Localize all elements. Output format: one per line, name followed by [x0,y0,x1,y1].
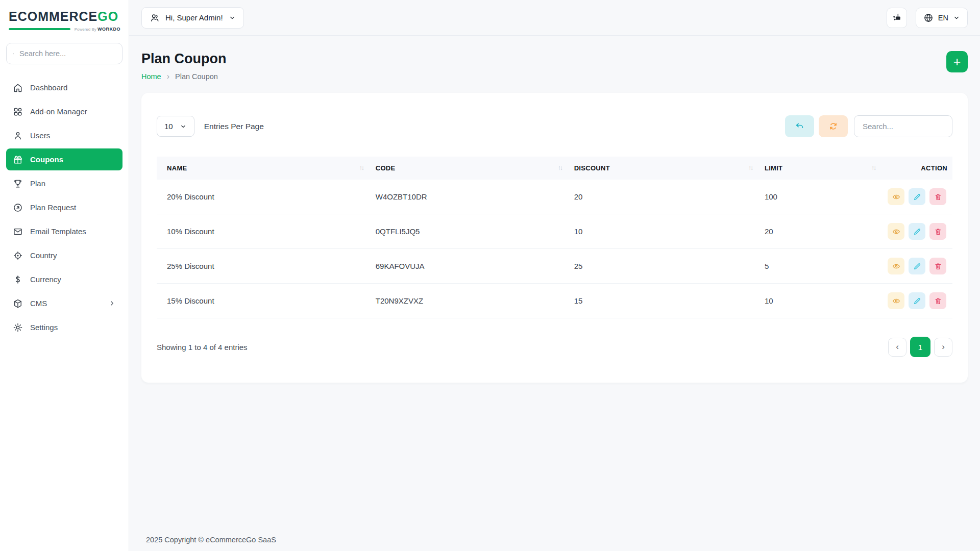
delete-button[interactable] [929,258,946,274]
table-footer: Showing 1 to 4 of 4 entries ‹ 1 › [157,337,952,357]
sidebar-item-addon-manager[interactable]: Add-on Manager [6,101,122,122]
breadcrumb: Home › Plan Coupon [141,72,226,81]
sort-icon[interactable]: ↑↓ [359,164,363,171]
column-header-action: ACTION [881,157,952,180]
cell-limit: 100 [758,180,881,214]
trash-icon [934,262,942,270]
language-label: EN [938,14,948,22]
app-window: ECOMMERCEGO Powered By WORKDO Dashboard … [0,0,980,551]
sidebar-menu: Dashboard Add-on Manager Users Coupons P… [0,67,129,347]
delete-button[interactable] [929,292,946,309]
sidebar-item-label: Currency [30,275,61,284]
logo-accent: GO [97,9,118,23]
cell-limit: 10 [758,284,881,318]
view-button[interactable] [888,258,904,274]
gear-icon [13,322,23,333]
breadcrumb-current: Plan Coupon [175,72,218,81]
cell-name: 10% Discount [157,214,370,249]
add-coupon-button[interactable]: + [946,51,968,72]
edit-button[interactable] [909,258,925,274]
edit-button[interactable] [909,223,925,240]
pagination-next-button[interactable]: › [934,338,952,357]
eye-icon [892,228,900,236]
chevron-down-icon [229,14,236,21]
user-icon [13,131,23,141]
cell-name: 25% Discount [157,249,370,284]
globe-icon [923,13,934,23]
crosshair-icon [13,251,23,261]
column-header-name[interactable]: NAME↑↓ [157,157,370,180]
refresh-icon [828,121,838,131]
breadcrumb-home-link[interactable]: Home [141,72,161,81]
table-header-row: NAME↑↓ CODE↑↓ DISCOUNT↑↓ LIMIT↑↓ ACTION [157,157,952,180]
copyright-text: 2025 Copyright © eCommerceGo SaaS [141,536,968,551]
sidebar-item-label: Settings [30,323,58,332]
search-icon [13,49,14,58]
sidebar-item-cms[interactable]: CMS [6,292,122,314]
column-header-limit[interactable]: LIMIT↑↓ [758,157,881,180]
eye-icon [892,262,900,270]
brand-logo[interactable]: ECOMMERCEGO Powered By WORKDO [0,0,129,36]
column-header-code[interactable]: CODE↑↓ [370,157,568,180]
sidebar-item-label: Users [30,131,50,140]
sidebar-item-plan[interactable]: Plan [6,172,122,194]
sidebar-item-settings[interactable]: Settings [6,316,122,338]
logo-underline [9,28,70,30]
greeting-label: Hi, Super Admin! [165,13,223,22]
sidebar-search-input[interactable] [18,49,116,58]
cell-limit: 20 [758,214,881,249]
clear-cache-button[interactable] [887,8,907,28]
entries-per-page-select[interactable]: 10 [157,116,194,137]
sidebar-item-users[interactable]: Users [6,124,122,146]
trash-icon [934,228,942,236]
view-button[interactable] [888,292,904,309]
row-actions [888,258,946,274]
pencil-icon [913,228,921,236]
sidebar-item-coupons[interactable]: Coupons [6,148,122,170]
column-header-discount[interactable]: DISCOUNT↑↓ [568,157,758,180]
undo-icon [795,121,804,131]
pagination-page-1[interactable]: 1 [910,337,930,357]
cell-code: 69KAFOVUJA [370,249,568,284]
sort-icon[interactable]: ↑↓ [871,164,875,171]
cell-discount: 25 [568,249,758,284]
eye-icon [892,193,900,201]
sort-icon[interactable]: ↑↓ [558,164,562,171]
sort-icon[interactable]: ↑↓ [748,164,752,171]
view-button[interactable] [888,223,904,240]
undo-button[interactable] [785,115,814,137]
entries-value: 10 [164,122,173,131]
cell-discount: 15 [568,284,758,318]
table-row: 10% Discount 0QTFLI5JQ5 10 20 [157,214,952,249]
showing-entries-text: Showing 1 to 4 of 4 entries [157,343,248,352]
dollar-icon [13,274,23,285]
sidebar-item-label: Country [30,251,57,260]
language-selector[interactable]: EN [916,8,968,28]
delete-button[interactable] [929,223,946,240]
table-row: 25% Discount 69KAFOVUJA 25 5 [157,249,952,284]
table-controls: 10 Entries Per Page [157,115,952,137]
sidebar-item-country[interactable]: Country [6,244,122,266]
sidebar-item-currency[interactable]: Currency [6,268,122,290]
sidebar-search[interactable] [6,43,122,64]
cell-name: 20% Discount [157,180,370,214]
view-button[interactable] [888,188,904,205]
sidebar-item-plan-request[interactable]: Plan Request [6,196,122,218]
coupons-table-wrap: NAME↑↓ CODE↑↓ DISCOUNT↑↓ LIMIT↑↓ ACTION … [157,157,952,318]
sidebar-item-email-templates[interactable]: Email Templates [6,220,122,242]
grid-icon [13,107,23,117]
row-actions [888,188,946,205]
refresh-button[interactable] [819,115,848,137]
main-area: Hi, Super Admin! EN Plan Coupon [129,0,980,551]
gift-icon [13,155,23,165]
edit-button[interactable] [909,292,925,309]
table-search-input[interactable] [854,115,952,137]
sidebar-item-label: Plan [30,179,45,188]
edit-button[interactable] [909,188,925,205]
pagination-prev-button[interactable]: ‹ [888,338,906,357]
delete-button[interactable] [929,188,946,205]
profile-menu-button[interactable]: Hi, Super Admin! [141,7,244,29]
cell-discount: 10 [568,214,758,249]
coupons-table: NAME↑↓ CODE↑↓ DISCOUNT↑↓ LIMIT↑↓ ACTION … [157,157,952,318]
sidebar-item-dashboard[interactable]: Dashboard [6,77,122,98]
